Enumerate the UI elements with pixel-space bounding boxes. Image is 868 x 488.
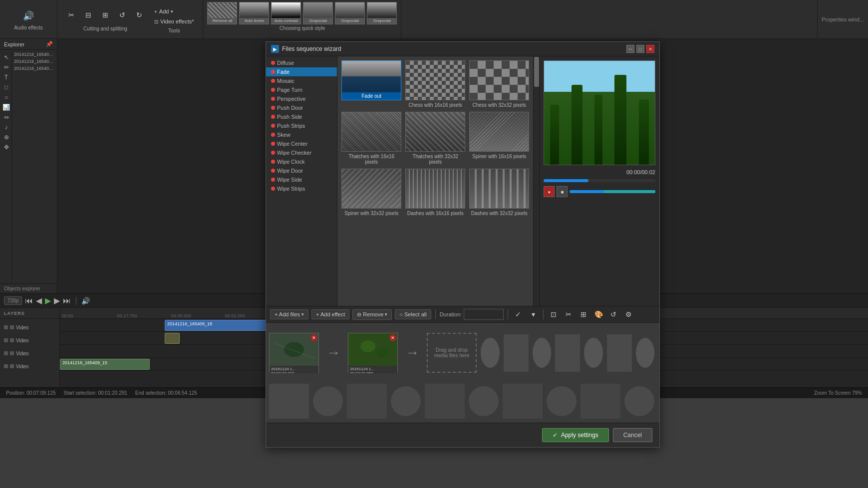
dialog-close-btn[interactable]: ✕: [646, 45, 654, 53]
seq-arrow-btn[interactable]: ▾: [527, 308, 539, 320]
video-effects-btn[interactable]: ⊡ Video effects*: [151, 17, 197, 26]
file-item-2[interactable]: 20141216_165409...: [12, 58, 56, 65]
qs-grayscale-1[interactable]: Grayscale: [303, 2, 333, 24]
duration-input[interactable]: [464, 309, 504, 320]
transition-wipe-clock[interactable]: Wipe Clock: [266, 157, 337, 166]
track-clip-4[interactable]: 20141216_165409_15: [60, 359, 150, 370]
preview-progress-bar[interactable]: [544, 179, 655, 182]
resolution-btn[interactable]: 720p: [4, 296, 22, 305]
dialog-maximize-btn[interactable]: □: [636, 45, 644, 53]
explorer-pin-btn[interactable]: 📌: [46, 41, 53, 47]
thumb-chess-16-img[interactable]: [405, 60, 465, 100]
seq-settings-btn[interactable]: ⚙: [622, 308, 634, 320]
seq-color-btn[interactable]: 🎨: [592, 308, 604, 320]
transition-push-side[interactable]: Push Side: [266, 112, 337, 121]
apply-settings-btn[interactable]: ✓ Apply settings: [542, 428, 608, 442]
thumb-dash-32-img[interactable]: [469, 169, 529, 209]
transition-skew[interactable]: Skew: [266, 130, 337, 139]
dialog-minimize-btn[interactable]: ─: [626, 45, 634, 53]
preview-record-btn[interactable]: ●: [544, 186, 555, 197]
seq-split-btn[interactable]: ⊞: [578, 308, 589, 320]
volume-bar[interactable]: [570, 190, 655, 193]
qs-grayscale-3[interactable]: Grayscale: [367, 2, 397, 24]
thumb-fade-out-img[interactable]: Fade out: [341, 60, 401, 100]
transition-dot-2: [271, 70, 275, 74]
seq-file-2-close[interactable]: ✕: [389, 334, 396, 341]
chart-tool[interactable]: 📊: [2, 103, 11, 112]
thumb-dash-16: Dashes with 16x16 pixels: [405, 169, 465, 216]
thumb-fade-out-caption: Fade out: [342, 92, 401, 100]
cut-icon[interactable]: ⊟: [80, 7, 96, 23]
shape-tool[interactable]: □: [2, 83, 11, 92]
pen-tool[interactable]: ✏: [2, 63, 11, 72]
transition-wipe-side[interactable]: Wipe Side: [266, 175, 337, 184]
file-item-3[interactable]: 20141216_165409...: [12, 65, 56, 72]
cursor-tool[interactable]: ↖: [2, 53, 11, 62]
thumb-hatch-16-img[interactable]: [341, 112, 401, 152]
move-tool[interactable]: ✥: [2, 143, 11, 152]
cancel-btn[interactable]: Cancel: [613, 428, 652, 442]
qs-auto-contrast[interactable]: Auto contrast: [271, 2, 301, 24]
thumb-hatch-32-img[interactable]: [405, 112, 465, 152]
transition-mosaic[interactable]: Mosaic: [266, 76, 337, 85]
preview-stop-btn[interactable]: ■: [557, 186, 568, 197]
transition-wipe-center[interactable]: Wipe Center: [266, 139, 337, 148]
seq-drop-zone[interactable]: Drag and drop media files here: [427, 333, 477, 373]
thumb-chess-32-img[interactable]: [469, 60, 529, 100]
transition-dot-15: [271, 187, 275, 191]
text-tool[interactable]: T: [2, 73, 11, 82]
grid-scroll-thumb[interactable]: [534, 57, 539, 87]
seq-refresh-btn[interactable]: ↺: [607, 308, 619, 320]
transition-wipe-strips[interactable]: Wipe Strips: [266, 184, 337, 193]
transition-push-door[interactable]: Push Door: [266, 103, 337, 112]
transition-page-turn[interactable]: Page Turn: [266, 85, 337, 94]
transition-perspective[interactable]: Perspective: [266, 94, 337, 103]
thumb-spin-32-img[interactable]: [341, 169, 401, 209]
transition-wipe-checker[interactable]: Wipe Checker: [266, 148, 337, 157]
seq-file-2[interactable]: 20151124 1... 00:32:32.958 ✕: [348, 333, 398, 373]
play-forward-btn[interactable]: ▶: [54, 296, 60, 305]
sequence-content: 20151124 1... 00:00:23.333 ✕ →: [266, 323, 659, 423]
seq-crop-btn[interactable]: ⊡: [548, 308, 560, 320]
tree-2: [572, 85, 582, 165]
scissors-icon[interactable]: ✂: [63, 7, 79, 23]
audio-icon[interactable]: 🔊: [20, 8, 36, 24]
add-files-btn[interactable]: + Add files ▾: [270, 309, 308, 319]
qs-grayscale-2[interactable]: Grayscale: [335, 2, 365, 24]
add-effect-btn[interactable]: + Add effect: [311, 309, 349, 319]
seq-file-1[interactable]: 20151124 1... 00:00:23.333 ✕: [269, 333, 319, 373]
seq-file-1-close[interactable]: ✕: [310, 334, 317, 341]
transition-wipe-door[interactable]: Wipe Door: [266, 166, 337, 175]
play-back-btn[interactable]: ◀: [36, 296, 42, 305]
remove-btn[interactable]: ⊖ Remove ▾: [352, 309, 392, 320]
qs-remove-all[interactable]: Remove all: [207, 2, 237, 24]
file-item-1[interactable]: 20141216_165409...: [12, 51, 56, 58]
svg-point-4: [360, 340, 375, 352]
split-icon[interactable]: ⊞: [97, 7, 113, 23]
redo-icon[interactable]: ↻: [131, 7, 147, 23]
select-all-btn[interactable]: ○ Select all: [395, 309, 431, 319]
transform-tool[interactable]: ⇔: [2, 113, 11, 122]
filter-tool[interactable]: ⊕: [2, 133, 11, 142]
play-next-btn[interactable]: ⏭: [63, 296, 71, 305]
thumb-dash-16-img[interactable]: [405, 169, 465, 209]
seq-arrow-1: →: [321, 340, 346, 365]
transition-push-strips[interactable]: Push Strips: [266, 121, 337, 130]
transition-diffuse[interactable]: Diffuse: [266, 58, 337, 67]
undo-icon[interactable]: ↺: [114, 7, 130, 23]
seq-trim-btn[interactable]: ✂: [563, 308, 575, 320]
play-btn[interactable]: ▶: [45, 296, 51, 305]
thumb-spin-16-img[interactable]: [469, 112, 529, 152]
seq-check-btn[interactable]: ✓: [512, 308, 524, 320]
transition-dot-10: [271, 142, 275, 146]
circle-tool[interactable]: ○: [2, 93, 11, 102]
track-clip-2[interactable]: [165, 333, 180, 344]
qs-auto-levels[interactable]: Auto levels: [239, 2, 269, 24]
objects-explorer-btn[interactable]: Objects explorer: [0, 283, 57, 293]
music-tool[interactable]: ♪: [2, 123, 11, 132]
add-video-btn[interactable]: + Add ▾: [151, 7, 197, 16]
transition-fade[interactable]: Fade: [266, 67, 337, 76]
play-prev-btn[interactable]: ⏮: [25, 296, 33, 305]
grid-scrollbar[interactable]: [533, 56, 539, 306]
volume-btn[interactable]: 🔊: [81, 297, 90, 305]
